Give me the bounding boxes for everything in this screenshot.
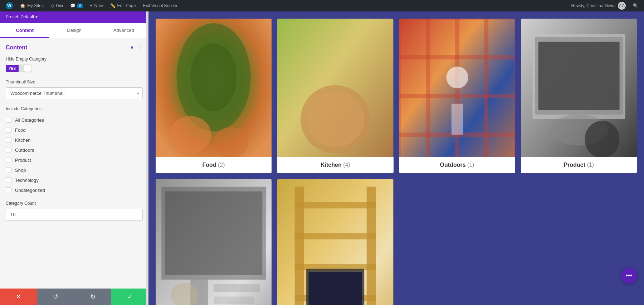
category-item-shop: Shop [6, 165, 143, 175]
category-card-technology[interactable]: Technology (3) [277, 179, 393, 305]
card-name: Outdoors [440, 162, 466, 168]
category-name: Technology [15, 178, 39, 183]
category-checkbox[interactable] [6, 127, 11, 133]
search-icon-button[interactable]: 🔍 [629, 0, 642, 11]
edit-page-button[interactable]: ✏️ Edit Page [107, 0, 140, 11]
fab-dots-icon: ••• [626, 272, 633, 280]
exit-builder-button[interactable]: Exit Visual Builder [140, 0, 181, 11]
category-name: Shop [15, 168, 26, 173]
card-count: (4) [343, 162, 350, 168]
include-categories-label: Include Categories [6, 106, 143, 111]
home-icon: 🏠 [20, 3, 25, 8]
preset-button[interactable]: Preset: Default ▾ [6, 14, 38, 19]
svg-rect-17 [451, 104, 463, 135]
category-count-field: Category Count [6, 201, 143, 221]
card-label: Food (2) [156, 157, 272, 173]
section-menu-button[interactable]: ⋮ [137, 44, 143, 51]
category-item-uncategorized: Uncategorized [6, 185, 143, 195]
category-name: Uncategorized [15, 188, 45, 193]
category-checkbox[interactable] [6, 187, 11, 193]
comments-button[interactable]: 💬 0 [67, 0, 87, 11]
card-count: (1) [587, 162, 594, 168]
thumbnail-size-select[interactable]: Woocommerce Thumbnail Full Large Medium … [6, 87, 143, 99]
category-name: Food [15, 127, 26, 133]
my-sites-button[interactable]: 🏠 My Sites [16, 0, 47, 11]
svg-rect-35 [295, 233, 376, 239]
hide-empty-toggle[interactable]: YES [6, 64, 143, 72]
svg-rect-39 [309, 272, 362, 305]
category-item-food: Food [6, 125, 143, 135]
card-count: (2) [218, 162, 225, 168]
section-collapse-button[interactable]: ∧ [130, 44, 134, 51]
admin-bar-right: Howdy, Christina Gwira CG 🔍 [568, 0, 642, 11]
category-checkbox[interactable] [6, 157, 11, 163]
category-name: Product [15, 158, 31, 163]
section-header: Content ∧ ⋮ [6, 44, 143, 51]
category-item-product: Product [6, 155, 143, 165]
svg-rect-26 [165, 192, 262, 275]
svg-point-7 [306, 91, 364, 147]
category-name: Outdoors [15, 147, 34, 153]
cancel-button[interactable]: ✕ [0, 289, 37, 305]
plus-icon: + [90, 3, 93, 8]
toggle-track[interactable] [19, 64, 31, 72]
wp-logo-button[interactable]: W [2, 0, 16, 11]
hide-empty-label: Hide Empty Category [6, 57, 143, 62]
svg-point-4 [214, 127, 248, 158]
svg-point-3 [170, 116, 211, 153]
card-label: Kitchen (4) [277, 157, 393, 173]
category-item-kitchen: Kitchen [6, 135, 143, 145]
card-label: Product (1) [521, 157, 637, 173]
category-card-outdoors[interactable]: Outdoors (1) [399, 19, 515, 173]
pencil-icon: ✏️ [110, 3, 116, 8]
tabs-row: Content Design Advanced [0, 23, 148, 38]
comment-count: 0 [77, 4, 83, 8]
panel-body: Content ∧ ⋮ Hide Empty Category YES Thum… [0, 38, 148, 289]
tab-content[interactable]: Content [0, 23, 49, 38]
fab-button[interactable]: ••• [621, 268, 637, 284]
preset-row: Preset: Default ▾ [0, 13, 148, 23]
wp-logo-icon: W [6, 2, 13, 9]
category-checkbox[interactable] [6, 147, 11, 153]
category-count-label: Category Count [6, 201, 143, 206]
category-checkbox[interactable] [6, 117, 11, 123]
panel-resize-handle[interactable] [146, 0, 148, 305]
card-name: Kitchen [321, 162, 342, 168]
category-card-kitchen[interactable]: Kitchen (4) [277, 19, 393, 173]
svg-rect-30 [214, 297, 254, 305]
user-menu[interactable]: Howdy, Christina Gwira CG [568, 2, 629, 10]
category-name: All Categories [15, 117, 44, 123]
card-name: Product [564, 162, 585, 168]
divi-button[interactable]: ◇ Divi [47, 0, 67, 11]
tab-design[interactable]: Design [49, 23, 99, 38]
section-title: Content [6, 44, 27, 51]
section-controls: ∧ ⋮ [130, 44, 143, 51]
category-checkbox[interactable] [6, 167, 11, 173]
thumbnail-size-label: Thumbnail Size [6, 79, 143, 84]
comment-icon: 💬 [70, 3, 75, 8]
toggle-thumb [24, 65, 31, 72]
card-name: Food [203, 162, 216, 168]
category-checkbox[interactable] [6, 137, 11, 143]
tab-advanced[interactable]: Advanced [99, 23, 148, 38]
category-card-product[interactable]: Product (1) [521, 19, 637, 173]
svg-rect-29 [214, 284, 260, 292]
card-label: Outdoors (1) [399, 157, 515, 173]
category-checkbox[interactable] [6, 177, 11, 183]
undo-button[interactable]: ↺ [37, 289, 74, 305]
categories-list: All Categories Food Kitchen Outdoors Pro… [6, 115, 143, 195]
category-count-input[interactable] [6, 209, 143, 221]
category-card-food[interactable]: Food (2) [156, 19, 272, 173]
new-button[interactable]: + New [87, 0, 107, 11]
thumbnail-size-select-wrapper: Woocommerce Thumbnail Full Large Medium … [6, 87, 143, 99]
admin-bar: W 🏠 My Sites ◇ Divi 💬 0 + New ✏️ Edit Pa… [0, 0, 644, 11]
redo-button[interactable]: ↻ [74, 289, 112, 305]
svg-point-23 [585, 121, 619, 158]
avatar: CG [618, 2, 626, 10]
save-button[interactable]: ✓ [111, 289, 148, 305]
category-item-technology: Technology [6, 175, 143, 185]
svg-rect-21 [538, 42, 619, 110]
category-item-outdoors: Outdoors [6, 145, 143, 155]
card-count: (1) [467, 162, 474, 168]
category-card-shop[interactable]: Shop (12) [156, 179, 272, 305]
